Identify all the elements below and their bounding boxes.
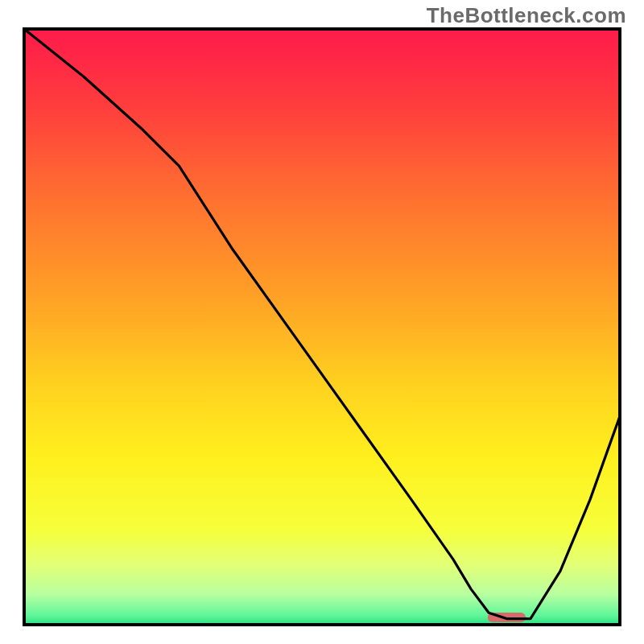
- chart-canvas: [0, 0, 644, 644]
- watermark-text: TheBottleneck.com: [427, 3, 626, 28]
- svg-rect-0: [24, 29, 620, 625]
- chart-root: TheBottleneck.com: [0, 0, 644, 644]
